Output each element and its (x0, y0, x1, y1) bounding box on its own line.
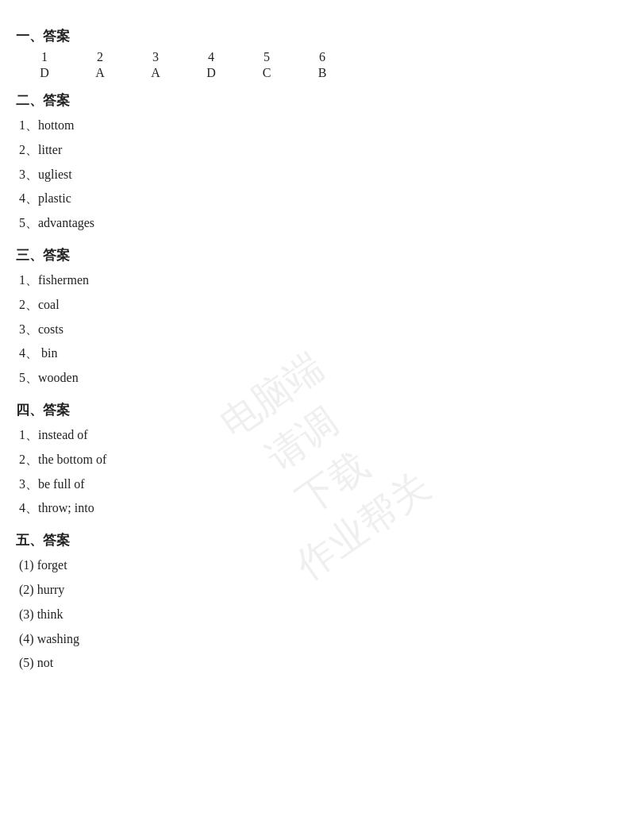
section-title-section4: 四、答案 (16, 401, 619, 419)
table-cell-number: 6 (306, 50, 338, 64)
list-item: (4) washing (19, 628, 619, 651)
table-cell-answer: A (140, 66, 171, 80)
table-cell-answer: B (306, 66, 338, 80)
list-item: 2、coal (19, 294, 619, 317)
list-item: (2) hurry (19, 579, 619, 602)
list-item: 3、be full of (19, 473, 619, 496)
section-section5: 五、答案(1) forget(2) hurry(3) think(4) wash… (16, 531, 619, 675)
list-item: 2、the bottom of (19, 449, 619, 472)
table-cell-number: 2 (84, 50, 116, 64)
section-section2: 二、答案1、hottom2、litter3、ugliest4、plastic5、… (16, 91, 619, 235)
list-item: 4、plastic (19, 187, 619, 210)
list-item: 4、 bin (19, 342, 619, 365)
list-item: 5、advantages (19, 212, 619, 235)
table-cell-answer: D (195, 66, 227, 80)
table-answer-row: DAADCB (29, 66, 619, 80)
section-title-section2: 二、答案 (16, 91, 619, 110)
table-number-row: 123456 (29, 50, 619, 64)
table-cell-answer: A (84, 66, 116, 80)
list-item: 4、throw; into (19, 497, 619, 520)
table-cell-answer: C (251, 66, 283, 80)
table-cell-number: 5 (251, 50, 283, 64)
list-item: 5、wooden (19, 367, 619, 390)
list-item: 1、fishermen (19, 269, 619, 292)
section-section3: 三、答案1、fishermen2、coal3、costs4、 bin5、wood… (16, 246, 619, 390)
list-item: (3) think (19, 603, 619, 626)
table-cell-answer: D (29, 66, 60, 80)
table-cell-number: 3 (140, 50, 171, 64)
section-title-section1: 一、答案 (16, 27, 619, 45)
section-section1: 一、答案123456DAADCB (16, 27, 619, 80)
list-item: 3、costs (19, 318, 619, 341)
table-cell-number: 1 (29, 50, 60, 64)
list-item: (5) not (19, 652, 619, 675)
section-title-section5: 五、答案 (16, 531, 619, 549)
list-item: (1) forget (19, 554, 619, 577)
list-item: 3、ugliest (19, 164, 619, 187)
list-item: 1、instead of (19, 424, 619, 447)
list-item: 1、hottom (19, 114, 619, 137)
answer-table: 123456DAADCB (29, 50, 619, 80)
list-item: 2、litter (19, 139, 619, 162)
section-title-section3: 三、答案 (16, 246, 619, 264)
table-cell-number: 4 (195, 50, 227, 64)
section-section4: 四、答案1、instead of2、the bottom of3、be full… (16, 401, 619, 520)
